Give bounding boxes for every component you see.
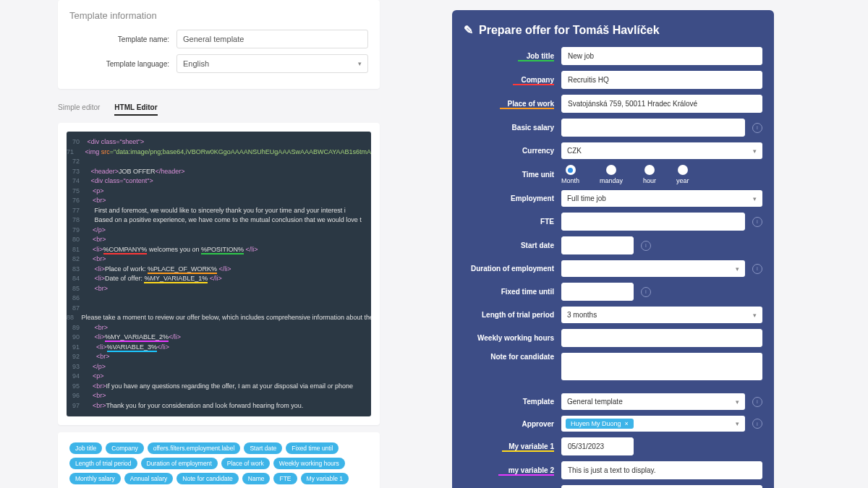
- template-language-select[interactable]: English: [176, 54, 368, 73]
- radio-dot[interactable]: [644, 165, 655, 175]
- input-myvar2[interactable]: [561, 461, 762, 479]
- info-icon[interactable]: i: [752, 123, 762, 133]
- variable-tag[interactable]: Job title: [69, 442, 102, 454]
- label-note: Note for candidate: [464, 353, 554, 361]
- template-language-label: Template language:: [69, 60, 169, 68]
- label-myvar1: My variable 1: [464, 442, 554, 450]
- radio-month[interactable]: Month: [561, 165, 579, 184]
- template-info-card: Template information Template name: Temp…: [58, 0, 380, 89]
- variable-tag[interactable]: My variable 1: [301, 473, 349, 484]
- template-info-title: Template information: [69, 10, 368, 21]
- label-salary: Basic salary: [464, 124, 554, 132]
- label-job-title: Job title: [464, 52, 554, 60]
- variable-tag[interactable]: Fixed time until: [286, 442, 339, 454]
- label-place: Place of work: [464, 100, 554, 108]
- info-icon[interactable]: i: [641, 241, 651, 251]
- remove-chip-icon[interactable]: ×: [625, 420, 629, 427]
- select-template[interactable]: General template: [561, 393, 745, 410]
- label-company: Company: [464, 76, 554, 84]
- variable-tag[interactable]: Annual salary: [124, 473, 174, 484]
- variable-tag[interactable]: Weekly working hours: [273, 458, 345, 469]
- radio-label: manday: [600, 177, 623, 184]
- radio-year[interactable]: year: [676, 165, 689, 184]
- variable-tag[interactable]: Place of work: [221, 458, 270, 469]
- radio-dot[interactable]: [566, 165, 576, 175]
- label-template: Template: [464, 398, 554, 406]
- tab-simple-editor[interactable]: Simple editor: [58, 100, 100, 116]
- radio-dot[interactable]: [606, 165, 616, 175]
- label-fixed-until: Fixed time until: [464, 288, 554, 296]
- label-weekly: Weekly working hours: [464, 334, 554, 342]
- input-var3[interactable]: [561, 485, 762, 488]
- select-currency[interactable]: CZK: [561, 142, 762, 159]
- time-unit-radios: Monthmandayhouryear: [561, 165, 762, 184]
- radio-label: hour: [643, 177, 656, 184]
- variable-tag[interactable]: Length of trial period: [69, 458, 137, 469]
- approver-chip[interactable]: Huyen My Duong×: [566, 419, 634, 429]
- info-icon[interactable]: i: [752, 264, 762, 274]
- left-panel: Template information Template name: Temp…: [58, 0, 380, 488]
- editor-tabs: Simple editor HTML Editor: [58, 96, 380, 116]
- variable-tag[interactable]: Start date: [244, 442, 282, 454]
- radio-hour[interactable]: hour: [643, 165, 656, 184]
- variable-tags-card: Job titleCompanyoffers.filters.employmen…: [58, 432, 380, 488]
- radio-manday[interactable]: manday: [600, 165, 623, 184]
- input-fte[interactable]: [561, 213, 745, 231]
- input-start-date[interactable]: [561, 236, 634, 254]
- offer-form-card: ✎ Prepare offer for Tomáš Havlíček Job t…: [452, 10, 774, 488]
- input-weekly-hours[interactable]: [561, 329, 762, 347]
- label-approver: Approver: [464, 420, 554, 428]
- input-myvar1[interactable]: [561, 437, 634, 455]
- label-time-unit: Time unit: [464, 171, 554, 179]
- select-duration[interactable]: [561, 260, 745, 277]
- template-name-label: Template name:: [69, 35, 169, 43]
- code-editor[interactable]: 70 <div class="sheet"> 71 <img src="data…: [67, 132, 371, 416]
- variable-tag[interactable]: Company: [106, 442, 143, 454]
- tab-html-editor[interactable]: HTML Editor: [114, 100, 157, 116]
- info-icon[interactable]: i: [752, 419, 762, 429]
- radio-label: year: [676, 177, 689, 184]
- label-currency: Currency: [464, 147, 554, 155]
- variable-tag[interactable]: offers.filters.employment.label: [148, 442, 241, 454]
- select-approver[interactable]: Huyen My Duong×: [561, 416, 745, 432]
- variable-tag[interactable]: Note for candidate: [176, 473, 238, 484]
- select-employment[interactable]: Full time job: [561, 190, 762, 207]
- template-name-input[interactable]: [176, 30, 368, 48]
- label-employment: Employment: [464, 194, 554, 202]
- variable-tag[interactable]: Duration of employment: [141, 458, 218, 469]
- radio-dot[interactable]: [678, 165, 688, 175]
- label-start: Start date: [464, 241, 554, 249]
- input-salary[interactable]: [561, 119, 745, 137]
- radio-label: Month: [561, 177, 579, 184]
- variable-tag[interactable]: FTE: [273, 473, 297, 484]
- input-job-title[interactable]: [561, 47, 762, 65]
- input-place[interactable]: [561, 95, 762, 113]
- right-panel: ✎ Prepare offer for Tomáš Havlíček Job t…: [452, 0, 774, 488]
- label-duration: Duration of employment: [464, 265, 554, 273]
- input-company[interactable]: [561, 71, 762, 89]
- label-trial: Length of trial period: [464, 311, 554, 319]
- info-icon[interactable]: i: [752, 397, 762, 407]
- offer-title-text: Prepare offer for Tomáš Havlíček: [479, 24, 660, 37]
- label-fte: FTE: [464, 218, 554, 226]
- info-icon[interactable]: i: [752, 217, 762, 227]
- variable-tag[interactable]: Monthly salary: [69, 473, 121, 484]
- code-editor-card: 70 <div class="sheet"> 71 <img src="data…: [58, 123, 380, 425]
- info-icon[interactable]: i: [641, 287, 651, 297]
- textarea-note[interactable]: [561, 353, 762, 380]
- input-fixed-until[interactable]: [561, 283, 634, 301]
- label-myvar2: my variable 2: [464, 466, 554, 474]
- offer-title: ✎ Prepare offer for Tomáš Havlíček: [464, 23, 762, 37]
- select-trial[interactable]: 3 months: [561, 307, 762, 323]
- edit-icon: ✎: [464, 23, 473, 37]
- variable-tag[interactable]: Name: [242, 473, 271, 484]
